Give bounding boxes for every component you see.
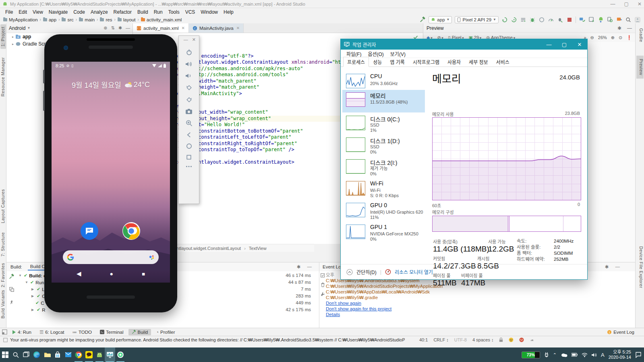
toolwin-build[interactable]: Build bbox=[128, 329, 151, 335]
sad-feedback-icon[interactable] bbox=[519, 337, 524, 342]
menu-item[interactable]: Help bbox=[221, 8, 236, 16]
google-search-bar[interactable] bbox=[63, 250, 159, 264]
tab-mainactivity-java[interactable]: CMainActivity.java✕ bbox=[189, 23, 244, 33]
preview-hide-icon[interactable]: — bbox=[627, 25, 632, 31]
studio-maximize-button[interactable]: ▢ bbox=[624, 1, 629, 7]
sidebar-tab-favorites[interactable]: 2: Favorites bbox=[0, 260, 6, 290]
taskbar-search-icon[interactable] bbox=[10, 347, 21, 362]
project-panel-header[interactable]: Android▼ ⊕⇅✱— bbox=[6, 23, 133, 33]
tm-minimize-button[interactable]: — bbox=[541, 39, 557, 50]
breadcrumb-item[interactable]: layout› bbox=[118, 17, 141, 22]
sidebar-tab-preview[interactable]: Preview bbox=[636, 56, 644, 79]
tray-wifi-icon[interactable] bbox=[582, 353, 588, 357]
nav-home-button[interactable]: ● bbox=[110, 270, 113, 277]
emulator-close-button[interactable]: ✕ bbox=[192, 37, 196, 42]
emulator-minimize-button[interactable]: — bbox=[184, 37, 188, 42]
menu-item[interactable]: VCS bbox=[182, 8, 198, 16]
tm-tab[interactable]: 성능 bbox=[369, 57, 386, 67]
breadcrumb-item[interactable]: main› bbox=[79, 17, 100, 22]
tray-volume-icon[interactable] bbox=[592, 353, 597, 357]
task-view-icon[interactable] bbox=[21, 347, 31, 362]
taskbar-android-studio-icon[interactable] bbox=[94, 347, 105, 362]
store-icon[interactable] bbox=[52, 347, 63, 362]
toolwin-terminal[interactable]: Terminal bbox=[97, 329, 126, 335]
status-toggle-icon[interactable] bbox=[3, 338, 8, 342]
memory-indicator-icon[interactable] bbox=[530, 337, 534, 342]
breadcrumb-textview[interactable]: TextView bbox=[249, 246, 267, 251]
nav-back-button[interactable]: ◀ bbox=[77, 270, 81, 277]
indent-indicator[interactable]: 4 spaces ↕ bbox=[472, 337, 494, 342]
tm-sidebar-gpu0[interactable]: GPU 0Intel(R) UHD Graphics 62011% bbox=[342, 200, 425, 222]
eventlog-settings-gear-icon[interactable]: ✱ bbox=[605, 264, 609, 270]
rotate-left-icon[interactable] bbox=[186, 84, 193, 91]
collapse-circle-icon[interactable] bbox=[346, 269, 353, 275]
home-icon[interactable] bbox=[186, 143, 192, 149]
build-tree-row[interactable]: ▶✔C bbox=[19, 293, 46, 300]
hidden-icons-chevron[interactable]: ⌃ bbox=[553, 352, 557, 358]
lock-icon[interactable] bbox=[499, 337, 503, 342]
emulator-screen[interactable]: 8:25 ⊘▯ 9월 14일 월요일 24°C ◀ ● ■ bbox=[52, 62, 170, 283]
tm-sidebar-gpu1[interactable]: GPU 1NVIDIA GeForce MX2500% bbox=[342, 222, 425, 244]
breadcrumb-item[interactable]: activity_main.xml› bbox=[141, 17, 182, 22]
status-message[interactable]: Your anti-virus program might be impacti… bbox=[10, 337, 405, 342]
build-tree-row[interactable]: ✔C bbox=[19, 300, 46, 306]
encoding-indicator[interactable]: UTF-8 bbox=[454, 337, 467, 342]
sync-project-icon[interactable] bbox=[579, 17, 585, 23]
happy-feedback-icon[interactable] bbox=[509, 337, 514, 342]
run-menu-icon[interactable] bbox=[520, 17, 526, 23]
tab-activity-main-xml[interactable]: activity_main.xml✕ bbox=[133, 23, 189, 33]
hide-panel-icon[interactable]: — bbox=[126, 25, 130, 31]
run-button[interactable] bbox=[501, 17, 508, 23]
toolwin-run[interactable]: 4: Run bbox=[9, 329, 35, 335]
overview-icon[interactable] bbox=[186, 154, 192, 160]
sdk-manager-icon[interactable] bbox=[597, 17, 604, 23]
caret-position[interactable]: 40:1 bbox=[419, 337, 428, 342]
sidebar-tab-project[interactable]: 1: Project bbox=[0, 24, 6, 49]
collapse-all-icon[interactable]: ⇅ bbox=[111, 25, 115, 31]
tm-tab[interactable]: 프로세스 bbox=[343, 57, 369, 67]
build-tree-row[interactable]: ▼✔Run bbox=[19, 279, 46, 286]
apply-changes-button[interactable] bbox=[511, 17, 517, 23]
pin-icon[interactable] bbox=[9, 300, 14, 305]
zoom-out-icon[interactable]: ⊖ bbox=[590, 35, 594, 40]
tm-tab[interactable]: 서비스 bbox=[492, 57, 514, 67]
mark-read-icon[interactable] bbox=[320, 273, 325, 278]
toolwin-todo[interactable]: ≔TODO bbox=[69, 329, 95, 336]
mail-icon[interactable] bbox=[63, 347, 73, 362]
sidebar-tab-gradle[interactable]: Gradle bbox=[636, 25, 644, 46]
taskbar-chrome-icon[interactable] bbox=[73, 347, 84, 362]
tm-sidebar-disk1[interactable]: 디스크 1(D:)SSD0% bbox=[342, 135, 425, 157]
avd-manager-icon[interactable] bbox=[588, 17, 594, 23]
messages-app-icon[interactable] bbox=[81, 222, 98, 240]
tm-title-bar[interactable]: 작업 관리자 — ▢ ✕ bbox=[341, 39, 587, 50]
tm-maximize-button[interactable]: ▢ bbox=[557, 39, 572, 50]
toolwin-profiler[interactable]: ◔Profiler bbox=[153, 329, 178, 335]
volume-down-icon[interactable] bbox=[185, 73, 193, 79]
build-hammer-icon[interactable] bbox=[419, 17, 426, 23]
tm-tab[interactable]: 세부 정보 bbox=[465, 57, 492, 67]
breadcrumb-item[interactable]: MyApplication› bbox=[3, 17, 43, 22]
build-tree-row[interactable]: ▶✔L bbox=[19, 286, 46, 293]
stop-button[interactable] bbox=[566, 17, 573, 23]
device-select[interactable]: Pixel 2 API 29▼ bbox=[455, 16, 499, 23]
breadcrumb-item[interactable]: res› bbox=[100, 17, 117, 22]
ime-indicator[interactable]: A bbox=[601, 352, 605, 358]
breadcrumb-item[interactable]: src› bbox=[62, 17, 79, 22]
edge-icon[interactable] bbox=[31, 347, 42, 362]
camera-icon[interactable] bbox=[185, 108, 193, 114]
preview-settings-gear-icon[interactable]: ✱ bbox=[617, 25, 621, 31]
action-center-icon[interactable] bbox=[635, 352, 642, 358]
build-hide-icon[interactable]: — bbox=[307, 264, 312, 270]
settings-gear-icon[interactable]: ✱ bbox=[118, 25, 122, 31]
battery-percentage-widget[interactable]: 73% bbox=[522, 352, 540, 358]
taskbar-clock[interactable]: 오후 5:252020-09-14 bbox=[609, 350, 631, 360]
start-button[interactable] bbox=[0, 347, 10, 362]
menu-item[interactable]: File bbox=[2, 8, 16, 16]
resource-manager-icon[interactable] bbox=[616, 17, 622, 23]
chrome-app-icon[interactable] bbox=[122, 222, 140, 240]
sidebar-tab-resource-manager[interactable]: Resource Manager bbox=[0, 55, 6, 99]
emulator-window[interactable]: 8:25 ⊘▯ 9월 14일 월요일 24°C ◀ ● ■ bbox=[44, 34, 177, 312]
toolwin-logcat[interactable]: ☰6: Logcat bbox=[36, 329, 68, 336]
usb-plug-icon[interactable] bbox=[544, 352, 549, 358]
kakaotalk-icon[interactable] bbox=[84, 347, 94, 362]
